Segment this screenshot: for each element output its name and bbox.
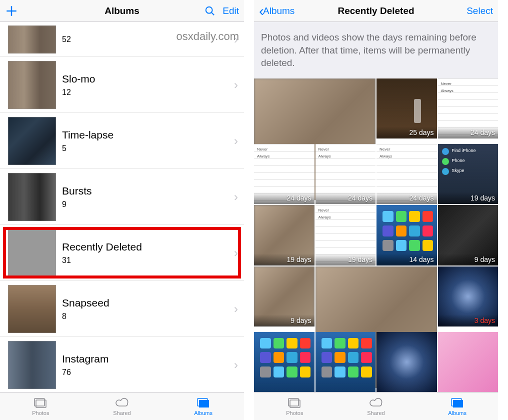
album-row[interactable]: Instagram 76 › — [0, 337, 244, 392]
nav-bar: ‹ Albums Recently Deleted Select — [254, 0, 498, 22]
tab-bar: Photos Shared Albums — [0, 392, 244, 420]
album-title: Bursts — [62, 185, 234, 197]
tab-albums[interactable]: Albums — [416, 392, 498, 420]
days-remaining-label: 24 days — [376, 192, 437, 204]
photo-thumbnail[interactable]: NeverAlways24 days — [254, 144, 314, 204]
tab-albums[interactable]: Albums — [162, 392, 244, 420]
chevron-right-icon: › — [234, 358, 238, 372]
add-album-button[interactable] — [5, 4, 18, 18]
album-count: 5 — [62, 144, 234, 153]
info-banner: Photos and videos show the days remainin… — [254, 22, 498, 78]
tab-photos[interactable]: Photos — [254, 392, 336, 420]
album-thumbnail — [8, 285, 56, 333]
recently-deleted-screen: ‹ Albums Recently Deleted Select Photos … — [254, 0, 498, 420]
photo-thumbnail[interactable] — [316, 332, 376, 392]
photos-icon — [33, 397, 48, 409]
albums-list: 52 › Slo-mo 12 › Time-lapse 5 › Bursts 9 — [0, 22, 244, 392]
photo-thumbnail[interactable]: NeverAlways24 days — [316, 144, 376, 204]
cloud-icon — [368, 397, 384, 409]
svg-rect-8 — [199, 400, 209, 408]
tab-label: Shared — [367, 410, 384, 416]
tab-label: Shared — [113, 410, 130, 416]
album-count: 52 — [62, 35, 234, 44]
album-title: Snapseed — [62, 297, 234, 309]
photo-thumbnail[interactable]: 14 days — [376, 205, 437, 266]
back-label: Albums — [263, 6, 294, 16]
album-count: 9 — [62, 200, 234, 209]
days-remaining-label: 3 days — [438, 314, 498, 326]
chevron-right-icon: › — [234, 190, 238, 204]
albums-screen: Albums Edit osxdaily.com 52 › Slo-mo 12 … — [0, 0, 244, 420]
back-button[interactable]: ‹ Albums — [259, 4, 294, 18]
album-row[interactable]: Time-lapse 5 › — [0, 113, 244, 169]
chevron-right-icon: › — [234, 134, 238, 148]
edit-button[interactable]: Edit — [222, 6, 239, 16]
tab-bar: Photos Shared Albums — [254, 392, 498, 420]
album-thumbnail — [8, 173, 56, 221]
tab-label: Photos — [32, 410, 49, 416]
photo-thumbnail[interactable]: 9 days — [254, 266, 314, 327]
days-remaining-label: 24 days — [254, 192, 314, 204]
album-row[interactable]: Snapseed 8 › — [0, 281, 244, 337]
photo-thumbnail[interactable]: Find iPhonePhoneSkype19 days — [438, 144, 498, 204]
album-title: Time-lapse — [62, 129, 234, 141]
photo-thumbnail[interactable]: NeverAlways24 days — [376, 144, 437, 204]
days-remaining-label: 19 days — [438, 192, 498, 204]
album-row[interactable]: 52 › — [0, 22, 244, 57]
tab-shared[interactable]: Shared — [336, 392, 417, 420]
tab-label: Albums — [448, 410, 466, 416]
album-thumbnail — [8, 26, 56, 54]
photo-thumbnail[interactable]: 19 days — [254, 205, 314, 266]
album-title: Slo-mo — [62, 73, 234, 85]
album-title: Instagram — [62, 353, 234, 365]
days-remaining-label: 24 days — [316, 192, 376, 204]
album-thumbnail — [8, 341, 56, 389]
photo-thumbnail[interactable]: 25 days — [376, 78, 437, 139]
tab-label: Photos — [286, 410, 303, 416]
days-remaining-label: 24 days — [438, 126, 498, 138]
album-row[interactable]: Bursts 9 › — [0, 169, 244, 225]
tab-photos[interactable]: Photos — [0, 392, 82, 420]
days-remaining-label: 19 days — [316, 254, 376, 266]
chevron-right-icon: › — [234, 32, 238, 46]
album-count: 31 — [62, 256, 234, 265]
photo-thumbnail[interactable] — [254, 332, 314, 392]
cloud-icon — [114, 397, 130, 409]
svg-rect-13 — [453, 400, 463, 408]
album-thumbnail — [8, 229, 56, 277]
photo-thumbnail[interactable]: NeverAlways19 days — [316, 205, 376, 266]
album-title: Recently Deleted — [62, 241, 234, 253]
days-remaining-label: 9 days — [254, 314, 314, 326]
photos-icon — [287, 397, 302, 409]
days-remaining-label: 25 days — [376, 126, 437, 138]
tab-shared[interactable]: Shared — [82, 392, 163, 420]
svg-point-2 — [206, 6, 212, 13]
svg-line-3 — [212, 12, 214, 15]
photo-thumbnail[interactable] — [376, 332, 437, 392]
days-remaining-label: 14 days — [376, 254, 437, 266]
photo-thumbnail[interactable]: 3 days — [438, 266, 498, 327]
nav-title: Albums — [65, 6, 179, 16]
photo-thumbnail[interactable]: 9 days — [438, 205, 498, 266]
days-remaining-label: 9 days — [438, 254, 498, 266]
album-thumbnail — [8, 117, 56, 165]
album-count: 76 — [62, 368, 234, 377]
photo-grid: 25 daysNeverAlways24 daysNeverAlways24 d… — [254, 78, 498, 392]
albums-icon — [450, 397, 465, 409]
nav-bar: Albums Edit — [0, 0, 244, 22]
nav-title: Recently Deleted — [319, 6, 433, 16]
album-row[interactable]: Slo-mo 12 › — [0, 57, 244, 113]
album-thumbnail — [8, 61, 56, 109]
chevron-right-icon: › — [234, 78, 238, 92]
days-remaining-label: 19 days — [254, 254, 314, 266]
chevron-right-icon: › — [234, 302, 238, 316]
tab-label: Albums — [194, 410, 212, 416]
search-button[interactable] — [204, 6, 216, 16]
select-button[interactable]: Select — [466, 6, 493, 16]
album-row-recently-deleted[interactable]: Recently Deleted 31 › — [0, 225, 244, 281]
albums-icon — [196, 397, 211, 409]
photo-thumbnail[interactable]: NeverAlways24 days — [438, 78, 498, 139]
photo-thumbnail[interactable] — [438, 332, 498, 392]
album-count: 12 — [62, 88, 234, 97]
album-count: 8 — [62, 312, 234, 321]
